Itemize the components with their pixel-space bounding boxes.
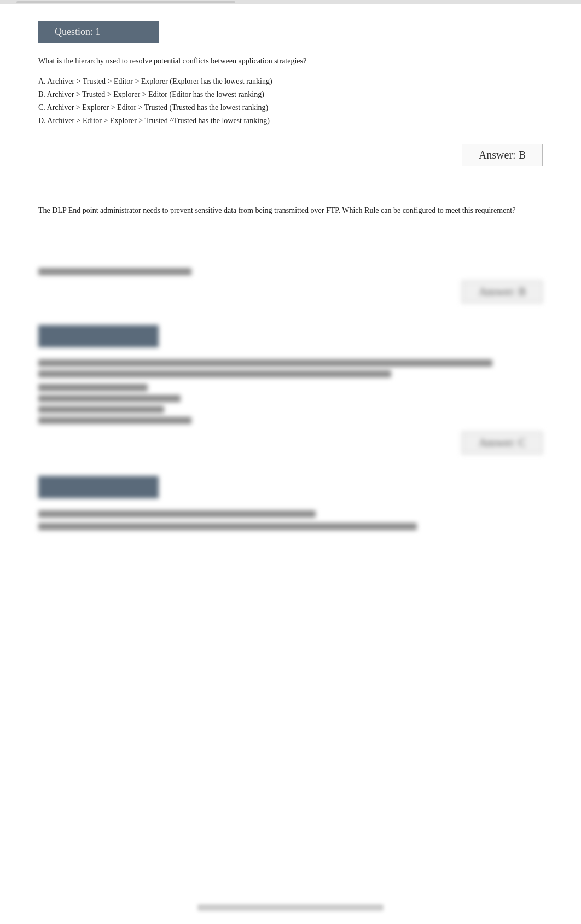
divider-2: [38, 188, 543, 205]
question-2-section: The DLP End point administrator needs to…: [38, 205, 543, 309]
q4-spacer: [38, 534, 543, 600]
page-container: Question: 1 What is the hierarchy used t…: [0, 0, 581, 924]
top-bar-decoration: [16, 1, 235, 3]
divider-4: [38, 460, 543, 476]
question-3-options: [38, 384, 543, 424]
question-1-section: Question: 1 What is the hierarchy used t…: [38, 21, 543, 172]
question-4-header: Question: 4: [38, 476, 159, 498]
question-2-space: [38, 224, 543, 268]
question-3-answer-wrapper: Answer: C: [38, 432, 543, 460]
answer-1-wrapper: Answer: B: [38, 138, 543, 172]
option-c: C. Archiver > Explorer > Editor > Truste…: [38, 101, 543, 114]
q3-opt2: [38, 395, 181, 402]
content-area: Question: 1 What is the hierarchy used t…: [0, 4, 581, 621]
blurred-line-1: [38, 268, 191, 275]
divider-1: [38, 172, 543, 188]
option-b: B. Archiver > Trusted > Explorer > Edito…: [38, 88, 543, 101]
option-a: A. Archiver > Trusted > Editor > Explore…: [38, 75, 543, 88]
blurred-answer-3: Answer: C: [462, 432, 543, 454]
question-3-text-lines: [38, 359, 543, 377]
top-bar: [0, 0, 581, 4]
question-1-options: A. Archiver > Trusted > Editor > Explore…: [38, 75, 543, 127]
blurred-answer-3-label: Answer: C: [479, 437, 526, 449]
q3-line1: [38, 359, 492, 367]
question-3-section: Question: 3 Answer: C: [38, 325, 543, 460]
question-2-blurred-answer-area: Answer: B: [38, 268, 543, 309]
blurred-answer-2-label: Answer: B: [479, 286, 526, 298]
answer-1-box: Answer: B: [462, 144, 543, 166]
q3-opt3: [38, 406, 164, 413]
q3-line2: [38, 370, 391, 377]
question-4-section: Question: 4: [38, 476, 543, 600]
q3-opt1: [38, 384, 148, 391]
question-1-header: Question: 1: [38, 21, 159, 43]
q4-opt-line: [38, 523, 417, 530]
q3-opt4: [38, 417, 191, 424]
footer-area: [0, 904, 581, 913]
question-2-text: The DLP End point administrator needs to…: [38, 205, 543, 217]
blurred-answer-2: Answer: B: [462, 281, 543, 303]
footer-bar-text: [197, 904, 384, 911]
question-1-text: What is the hierarchy used to resolve po…: [38, 55, 543, 67]
q4-text-line: [38, 510, 316, 518]
question-3-header: Question: 3: [38, 325, 159, 347]
divider-3: [38, 309, 543, 325]
option-d: D. Archiver > Editor > Explorer > Truste…: [38, 114, 543, 127]
